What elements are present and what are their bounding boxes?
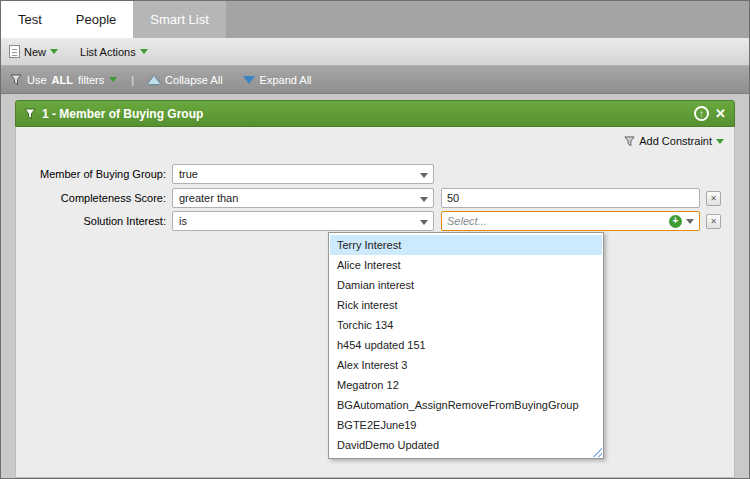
new-button[interactable]: New [9,45,58,58]
row-label: Solution Interest: [26,215,172,227]
green-plus-icon[interactable]: + [669,215,682,228]
main-toolbar: New List Actions [1,38,749,66]
list-item[interactable]: Rick interest [330,295,602,315]
filter-toolbar: Use ALL filters | Collapse All Expand Al… [1,66,749,94]
remove-x-icon[interactable]: ✕ [706,214,721,229]
combobox-placeholder: Select... [442,215,669,227]
chevron-down-icon [140,49,148,54]
filter-panel-header[interactable]: 1 - Member of Buying Group ↑ ✕ [15,100,735,127]
chevron-down-icon[interactable] [686,219,694,224]
tab-smart-list-label: Smart List [150,12,209,27]
tab-group: Test People [1,1,133,38]
collapse-all-button[interactable]: Collapse All [148,74,222,86]
collapse-triangle-icon [148,76,160,84]
list-item[interactable]: Terry Interest [330,235,602,255]
tab-test-label: Test [18,12,42,27]
expand-all-label: Expand All [260,74,312,86]
row-label: Member of Buying Group: [26,168,172,180]
chevron-down-icon [420,173,428,178]
tab-bar: Test People Smart List [1,1,749,38]
row-label: Completeness Score: [26,192,172,204]
use-filters-prefix: Use [27,74,47,86]
list-item[interactable]: BGTE2EJune19 [330,415,602,435]
chevron-down-icon [109,77,117,82]
expand-all-button[interactable]: Expand All [243,74,312,86]
operator-select[interactable]: true [172,164,434,184]
list-item[interactable]: h454 updated 151 [330,335,602,355]
filter-row-solution-interest: Solution Interest: is Select... + ✕ [26,210,724,232]
operator-value: true [179,168,198,180]
filter-panel: 1 - Member of Buying Group ↑ ✕ Add Const… [15,100,735,478]
tab-test[interactable]: Test [1,1,59,38]
promote-up-icon[interactable]: ↑ [694,106,709,121]
remove-x-icon[interactable]: ✕ [706,191,721,206]
operator-value: is [179,215,187,227]
collapse-all-label: Collapse All [165,74,222,86]
list-actions-label: List Actions [80,46,136,58]
filter-row-member-of-buying-group: Member of Buying Group: true [26,163,724,185]
add-constraint-button[interactable]: Add Constraint [624,135,724,147]
chevron-down-icon [716,139,724,144]
filter-icon [10,74,22,86]
operator-select[interactable]: is [172,211,434,231]
list-item[interactable]: Alice Interest [330,255,602,275]
chevron-down-icon [420,220,428,225]
list-item[interactable]: Torchic 134 [330,315,602,335]
use-all-filters-button[interactable]: Use ALL filters [10,74,117,86]
close-icon[interactable]: ✕ [715,107,726,120]
filter-title: 1 - Member of Buying Group [42,107,203,121]
operator-select[interactable]: greater than [172,188,434,208]
tab-people[interactable]: People [59,1,133,38]
add-constraint-label: Add Constraint [639,135,712,147]
list-item[interactable]: Damian interest [330,275,602,295]
chevron-down-icon [420,197,428,202]
new-button-label: New [24,46,46,58]
use-filters-mode: ALL [52,74,73,86]
list-item[interactable]: Megatron 12 [330,375,602,395]
new-document-icon [9,45,20,58]
filter-row-completeness-score: Completeness Score: greater than ✕ [26,187,724,209]
use-filters-suffix: filters [78,74,104,86]
app-window: Test People Smart List New List Actions … [0,0,750,479]
solution-interest-combobox[interactable]: Select... + [441,211,700,231]
tab-smart-list[interactable]: Smart List [133,1,226,38]
toolbar-divider: | [131,74,134,86]
filter-panel-body: Add Constraint Member of Buying Group: t… [15,127,735,478]
expand-triangle-icon [243,76,255,84]
list-item[interactable]: Alex Interest 3 [330,355,602,375]
filter-icon [24,108,36,120]
list-actions-button[interactable]: List Actions [80,46,148,58]
tab-people-label: People [76,12,116,27]
completeness-score-input[interactable] [441,188,700,208]
filter-icon [624,136,635,147]
operator-value: greater than [179,192,238,204]
solution-interest-dropdown-list: Terry Interest Alice Interest Damian int… [328,232,604,459]
list-item[interactable]: BGAutomation_AssignRemoveFromBuyingGroup [330,395,602,415]
chevron-down-icon [50,49,58,54]
list-item[interactable]: DavidDemo Updated [330,435,602,455]
